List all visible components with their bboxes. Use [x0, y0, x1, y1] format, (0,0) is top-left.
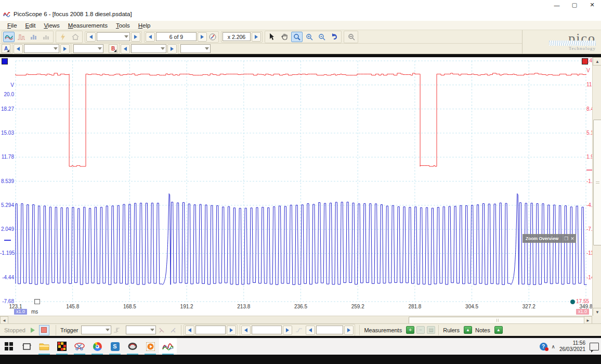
- trigger-marker1-icon[interactable]: [156, 325, 167, 335]
- xy-view-icon[interactable]: [41, 32, 52, 42]
- channel-a-range-select[interactable]: [24, 44, 59, 53]
- channel-b-coupling-select[interactable]: [180, 44, 211, 53]
- histogram-view-icon[interactable]: [28, 32, 40, 42]
- clock-time: 11:56: [559, 340, 585, 346]
- menu-edit[interactable]: Edit: [21, 22, 40, 29]
- start-capture-icon[interactable]: [31, 328, 35, 333]
- view-selector-group: [85, 31, 142, 43]
- y-left-unit: V: [0, 83, 14, 88]
- channel-b-button[interactable]: B: [109, 44, 117, 53]
- scroll-up-icon[interactable]: ▲: [593, 57, 601, 66]
- horizontal-scrollbar[interactable]: ◄ ►: [0, 316, 592, 324]
- remove-measurement-button[interactable]: −: [416, 326, 425, 334]
- prev-view-button[interactable]: [86, 32, 96, 42]
- add-measurement-button[interactable]: +: [406, 326, 414, 334]
- channel-b-next-button[interactable]: [167, 44, 177, 54]
- capture-count-prev-button[interactable]: [306, 326, 315, 335]
- time-ruler-handle[interactable]: [34, 299, 40, 304]
- auto-setup-icon[interactable]: [57, 32, 69, 42]
- channel-b-range-select[interactable]: [131, 44, 166, 53]
- spectrum-view-icon[interactable]: [16, 32, 27, 42]
- menu-tools[interactable]: Tools: [112, 22, 134, 29]
- edit-measurement-button[interactable]: ▤: [427, 326, 435, 334]
- menu-views[interactable]: Views: [40, 22, 63, 29]
- marker-dot-icon[interactable]: [570, 300, 575, 304]
- media-player-app-icon[interactable]: [141, 338, 159, 355]
- trigger-level-prev-button[interactable]: [185, 326, 194, 335]
- trigger-mode-select[interactable]: [81, 326, 111, 334]
- menu-measurements[interactable]: Measurements: [64, 22, 112, 29]
- zoom-box-tool-icon[interactable]: [291, 32, 303, 42]
- snipping-app-icon[interactable]: [71, 338, 88, 355]
- menu-file[interactable]: File: [3, 22, 21, 29]
- next-view-button[interactable]: [131, 32, 140, 42]
- s-app-icon[interactable]: S: [106, 338, 124, 355]
- gauge-app-icon[interactable]: [124, 338, 141, 355]
- prev-buffer-button[interactable]: [146, 32, 155, 42]
- tray-chevron-icon[interactable]: ∧: [552, 344, 555, 349]
- notes-label: Notes: [475, 327, 490, 333]
- pan-tool-icon[interactable]: [279, 32, 290, 42]
- zoom-factor-value[interactable]: x 2.206: [223, 32, 251, 41]
- rulers-button[interactable]: ▲: [464, 326, 472, 334]
- channel-a-prev-button[interactable]: [14, 44, 23, 54]
- mosaic-app-icon[interactable]: [53, 338, 71, 355]
- zoom-full-icon[interactable]: [345, 32, 357, 42]
- channel-b-axis-handle[interactable]: [582, 58, 588, 64]
- trigger-edge-icon[interactable]: [111, 325, 123, 335]
- notes-button[interactable]: ▲: [494, 326, 503, 334]
- picoscope-app-icon[interactable]: [159, 338, 177, 355]
- y-left-tick: 5.294: [0, 203, 14, 208]
- x-axis-zoom-badge-left: x1.0: [14, 309, 27, 315]
- horizontal-scrollbar-thumb[interactable]: [409, 317, 586, 324]
- zoom-in-tool-icon[interactable]: [304, 32, 315, 42]
- capture-count-value[interactable]: [316, 326, 343, 334]
- scroll-down-icon[interactable]: ▼: [593, 308, 601, 316]
- vertical-scrollbar[interactable]: ▲ ▼: [592, 57, 601, 316]
- zoom-overview-close-icon[interactable]: ✕: [569, 236, 576, 241]
- vertical-scrollbar-thumb[interactable]: [593, 120, 601, 245]
- zoom-overview-restore-icon[interactable]: ❐: [563, 236, 569, 241]
- taskbar-clock[interactable]: 11:56 26/03/2021: [559, 340, 585, 353]
- rapid-trigger-icon[interactable]: [293, 325, 305, 335]
- home-icon[interactable]: [70, 32, 81, 42]
- scope-view-icon[interactable]: [3, 32, 15, 42]
- task-view-icon[interactable]: [18, 338, 35, 355]
- window-title: PicoScope 6 - [focus 2008 1.8 diesel.psd…: [14, 11, 132, 17]
- pretrigger-prev-button[interactable]: [241, 326, 251, 335]
- capture-count-next-button[interactable]: [344, 326, 354, 335]
- channel-a-button[interactable]: A: [2, 44, 10, 53]
- trigger-level-value[interactable]: [195, 326, 226, 334]
- menu-help[interactable]: Help: [134, 22, 155, 29]
- zoom-factor-next-button[interactable]: [252, 32, 261, 42]
- y-left-tick: 2.049: [0, 227, 14, 232]
- close-button[interactable]: ✕: [583, 0, 601, 10]
- zoom-out-tool-icon[interactable]: [316, 32, 328, 42]
- help-tray-icon[interactable]: ?: [540, 343, 547, 350]
- channel-a-next-button[interactable]: [60, 44, 70, 54]
- channel-a-coupling-select[interactable]: [73, 44, 103, 53]
- view-select[interactable]: [97, 32, 130, 41]
- trigger-marker2-icon[interactable]: [167, 325, 179, 335]
- minimize-button[interactable]: —: [548, 0, 566, 10]
- trigger-channel-select[interactable]: [126, 326, 156, 334]
- pretrigger-value[interactable]: [252, 326, 282, 334]
- maximize-button[interactable]: ▢: [566, 0, 583, 10]
- cursor-tool-icon[interactable]: [266, 32, 278, 42]
- next-buffer-button[interactable]: [198, 32, 207, 42]
- undo-zoom-icon[interactable]: [329, 32, 340, 42]
- x-axis-tick: 213.8: [233, 304, 254, 309]
- trigger-level-next-button[interactable]: [227, 326, 236, 335]
- buffer-overview-icon[interactable]: [208, 32, 217, 42]
- channel-b-prev-button[interactable]: [121, 44, 130, 54]
- file-explorer-icon[interactable]: [35, 338, 53, 355]
- start-icon[interactable]: [0, 338, 18, 355]
- zoom-overview-window[interactable]: Zoom Overview ❐ ✕: [522, 234, 576, 243]
- notification-icon[interactable]: [590, 343, 599, 350]
- channel-a-zero-marker[interactable]: [4, 240, 11, 241]
- channel-a-axis-handle[interactable]: [2, 58, 8, 64]
- chrome-icon[interactable]: [88, 338, 106, 355]
- stop-capture-button[interactable]: [39, 325, 49, 335]
- pretrigger-next-button[interactable]: [283, 326, 292, 335]
- waveform-graph[interactable]: V20.018.2715.0311.788.5395.2942.049-1.19…: [0, 57, 592, 316]
